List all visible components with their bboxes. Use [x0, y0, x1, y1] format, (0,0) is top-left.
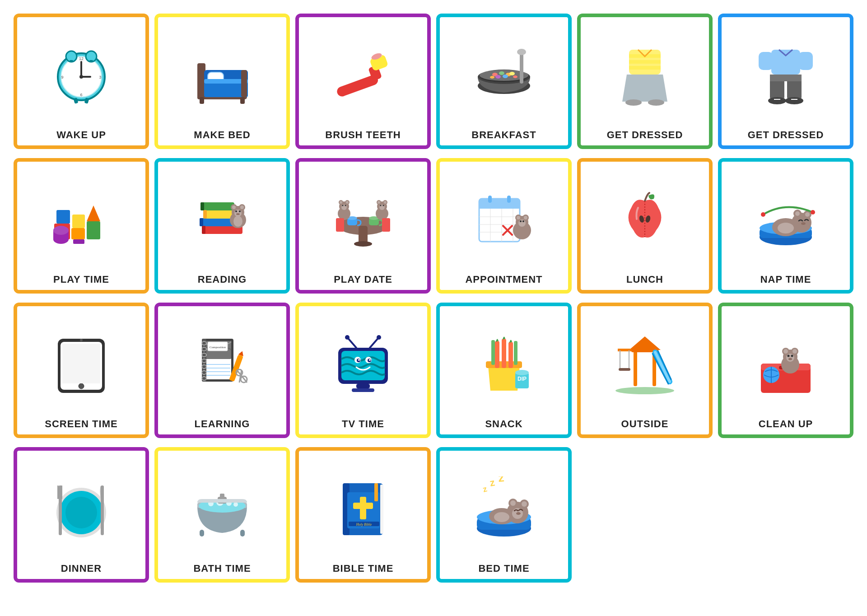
card-label: BED TIME [478, 563, 529, 574]
svg-rect-57 [770, 75, 802, 81]
learning-icon: Composition [162, 312, 283, 415]
bible-time-icon: Holy Bible [303, 456, 424, 560]
card-wake-up[interactable]: 12 6 9 3 WAKE UP [14, 14, 149, 149]
row-3: SCREEN TIME Composition [9, 298, 858, 443]
card-tv-time[interactable]: TV TIME [295, 303, 431, 438]
svg-point-84 [232, 205, 236, 209]
card-clean-up[interactable]: CLEAN UP [718, 303, 853, 438]
card-outside[interactable]: OUTSIDE [577, 303, 713, 438]
svg-point-101 [340, 201, 342, 204]
svg-point-88 [239, 210, 241, 212]
svg-point-191 [358, 359, 360, 361]
svg-rect-48 [629, 60, 661, 64]
svg-point-90 [233, 216, 242, 227]
card-brush-teeth[interactable]: BRUSH TEETH [295, 14, 431, 149]
bath-time-icon [162, 456, 283, 560]
card-make-bed[interactable]: MAKE BED [154, 14, 290, 149]
svg-rect-22 [200, 97, 204, 104]
card-label: BREAKFAST [471, 129, 536, 141]
card-play-time[interactable]: PLAY TIME [14, 158, 149, 294]
svg-rect-240 [101, 485, 104, 535]
svg-point-227 [792, 349, 797, 354]
svg-rect-198 [352, 388, 374, 392]
svg-rect-23 [240, 97, 245, 104]
svg-point-136 [524, 216, 527, 219]
svg-point-225 [783, 349, 788, 354]
svg-text:3: 3 [99, 75, 101, 79]
svg-text:6: 6 [80, 93, 82, 97]
card-nap-time[interactable]: NAP TIME [718, 158, 853, 294]
svg-point-138 [520, 220, 522, 222]
card-bible-time[interactable]: Holy Bible BIBLE TIME [295, 447, 431, 583]
svg-rect-122 [507, 196, 511, 203]
svg-rect-64 [87, 221, 100, 239]
svg-text:z: z [489, 476, 496, 489]
svg-text:z: z [482, 484, 488, 494]
svg-point-112 [384, 201, 387, 204]
svg-point-229 [788, 355, 790, 357]
svg-rect-78 [203, 210, 207, 219]
card-label: MAKE BED [194, 129, 250, 141]
card-snack[interactable]: DIP SNACK [436, 303, 572, 438]
svg-text:Holy Bible: Holy Bible [356, 523, 372, 527]
svg-rect-248 [240, 530, 245, 537]
get-dressed-boy-icon [725, 23, 846, 126]
svg-rect-116 [336, 218, 344, 232]
svg-text:12: 12 [79, 56, 84, 61]
svg-point-154 [761, 212, 765, 217]
card-bed-time[interactable]: z z z BED TIME [436, 447, 572, 583]
svg-rect-201 [502, 339, 506, 368]
play-date-icon [303, 167, 424, 271]
svg-rect-68 [56, 210, 70, 224]
svg-point-270 [516, 512, 521, 515]
nap-time-icon [725, 167, 846, 271]
card-breakfast[interactable]: BREAKFAST [436, 14, 572, 149]
svg-rect-49 [629, 66, 661, 70]
play-time-icon [21, 167, 142, 271]
svg-point-134 [517, 216, 520, 219]
snack-icon: DIP [443, 312, 564, 415]
make-bed-icon [162, 23, 283, 126]
svg-point-235 [65, 497, 97, 528]
card-label: DINNER [61, 563, 102, 574]
card-lunch[interactable]: LUNCH [577, 158, 713, 294]
svg-rect-75 [200, 202, 234, 210]
svg-rect-79 [200, 202, 204, 210]
row-2: PLAY TIME [9, 154, 858, 298]
card-learning[interactable]: Composition [154, 303, 290, 438]
svg-point-196 [377, 335, 381, 340]
card-label: GET DRESSED [607, 129, 683, 141]
svg-rect-204 [514, 341, 517, 365]
svg-rect-247 [200, 530, 204, 537]
card-get-dressed-boy[interactable]: GET DRESSED [718, 14, 853, 149]
card-reading[interactable]: READING [154, 158, 290, 294]
card-bath-time[interactable]: BATH TIME [154, 447, 290, 583]
svg-point-85 [240, 205, 244, 209]
svg-point-110 [378, 201, 380, 204]
card-dinner[interactable]: DINNER [14, 447, 149, 583]
svg-text:Composition: Composition [210, 345, 226, 349]
card-label: PLAY TIME [53, 274, 109, 285]
get-dressed-girl-icon [584, 23, 705, 126]
svg-rect-6 [70, 60, 73, 62]
breakfast-icon [443, 23, 564, 126]
card-get-dressed-girl[interactable]: GET DRESSED [577, 14, 713, 149]
svg-point-137 [518, 219, 526, 227]
svg-point-266 [510, 500, 516, 506]
svg-point-159 [80, 339, 83, 341]
svg-point-271 [494, 512, 509, 522]
svg-point-152 [801, 222, 806, 225]
svg-rect-197 [356, 384, 370, 388]
brush-teeth-icon [303, 23, 424, 126]
card-appointment[interactable]: APPOINTMENT [436, 158, 572, 294]
row-4: DINNER [9, 443, 858, 587]
svg-rect-239 [61, 485, 62, 499]
card-screen-time[interactable]: SCREEN TIME [14, 303, 149, 438]
card-play-date[interactable]: PLAY DATE [295, 158, 431, 294]
screen-time-icon [21, 312, 142, 415]
svg-rect-237 [57, 485, 59, 499]
svg-point-105 [342, 205, 344, 206]
card-label: SCREEN TIME [45, 418, 117, 430]
svg-rect-253 [380, 485, 383, 534]
bed-time-icon: z z z [443, 456, 564, 560]
